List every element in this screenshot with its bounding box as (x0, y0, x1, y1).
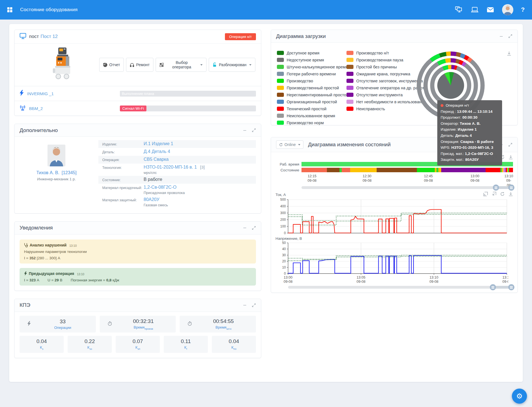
pie-chart-icon (103, 63, 107, 67)
legend-item[interactable]: Технический простой (277, 105, 348, 112)
state-range-slider[interactable] (301, 186, 513, 189)
time-range-slider[interactable] (288, 286, 513, 289)
minimize-icon[interactable] (499, 34, 504, 39)
legend-item[interactable]: Производство (277, 77, 348, 84)
zoom-box-icon[interactable] (483, 192, 488, 196)
svg-text:0: 0 (284, 231, 286, 235)
legend-item[interactable]: Доступное время (277, 49, 348, 56)
mail-icon[interactable] (486, 6, 494, 13)
kpi-label[interactable]: Кзэ (70, 345, 109, 350)
kpi-tile[interactable]: 0.11Кг (164, 336, 208, 353)
app-grid-icon[interactable] (7, 7, 12, 12)
svg-text:13:05: 13:05 (357, 276, 365, 279)
load-legend-left: Доступное времяНедоступное времяШтучно-к… (277, 49, 348, 126)
zoom-back-icon[interactable] (492, 192, 496, 196)
slider-handle-left[interactable] (493, 185, 499, 191)
report-button[interactable]: Отчет (99, 58, 124, 72)
download-icon[interactable] (507, 51, 511, 56)
kpi-tile[interactable]: 0.07Кзп (116, 336, 160, 353)
filler-material-link[interactable]: 1,2-Св-08Г2С-О (144, 185, 177, 190)
technology-link[interactable]: НЗТО-01-2020-МП-16 в. 1 (144, 165, 197, 169)
product-link[interactable]: И.1 Изделие 1 (144, 141, 173, 146)
slider-handle-right[interactable] (508, 284, 514, 290)
legend-item[interactable]: Недоступное время (277, 56, 348, 63)
legend-item[interactable]: Нерегламентированный простой (277, 91, 348, 98)
alert-value: I = 323 А U = 29 В Погонная энергия = 0,… (24, 278, 251, 282)
legend-item[interactable]: Потери рабочего времени (277, 70, 348, 77)
kpi-label[interactable]: Операции (32, 325, 93, 330)
kpi-tile[interactable]: 0.22Кзэ (68, 336, 112, 353)
legend-item[interactable]: Производственный простой (277, 84, 348, 91)
grid-icon (160, 63, 164, 67)
expand-icon[interactable] (251, 128, 256, 133)
shielding-material-link[interactable]: 80А20У (144, 197, 159, 202)
table-row: Состояние: В работе (98, 176, 256, 184)
legend-swatch (277, 107, 284, 111)
details-card: Дополнительно (14, 124, 261, 214)
kpi-label[interactable]: Времяпроизв (114, 325, 173, 330)
online-toggle-button[interactable]: Online (276, 140, 303, 149)
voltage-line-chart[interactable]: 0102030405013:0009-0813:0509-0813:1009-0… (276, 241, 508, 285)
repair-button[interactable]: Ремонт (126, 58, 153, 72)
laptop-icon[interactable] (471, 6, 479, 13)
kpi-label[interactable]: Времяшт.к (194, 325, 253, 330)
help-icon[interactable]: ? (521, 6, 525, 13)
expand-icon[interactable] (251, 303, 256, 307)
kpi-label[interactable]: Кзп (118, 345, 157, 350)
kpi-tile[interactable]: 00:32:31Времяпроизв (100, 316, 176, 333)
minimize-icon[interactable] (243, 303, 247, 307)
top-bar: Состояние оборудования ? (0, 0, 532, 20)
legend-item[interactable]: Неиспользованное время (277, 112, 348, 119)
device-name-link[interactable]: INVERMIG _1 (27, 91, 54, 96)
kpi-label[interactable]: Кг (167, 345, 205, 350)
slider-handle-right[interactable] (508, 185, 514, 191)
minimize-icon[interactable] (243, 226, 247, 230)
main-container: пост Пост 12 Операция н/т (9, 24, 523, 382)
user-avatar[interactable] (502, 4, 513, 15)
minimize-icon[interactable] (243, 128, 247, 133)
post-name-link[interactable]: Пост 12 (41, 34, 58, 39)
kpi-label[interactable]: Кпо (215, 345, 253, 350)
device-name-link[interactable]: ВБМ_2 (29, 106, 43, 111)
kpi-tile[interactable]: 33Операции (20, 316, 96, 333)
download-icon[interactable] (509, 192, 513, 196)
monitors-icon[interactable] (455, 6, 463, 13)
expand-icon[interactable] (251, 226, 256, 230)
legend-swatch (277, 86, 284, 90)
current-line-chart[interactable]: 0100200300400500 (276, 197, 508, 236)
legend-item[interactable]: Штучно-калькуляционное время (277, 63, 348, 70)
slider-handle-left[interactable] (490, 284, 496, 290)
equipment-image (51, 47, 73, 82)
kpi-row-primary: 33Операции00:32:31Времяпроизв00:54:55Вре… (20, 316, 256, 333)
row-label-state: Состояние (276, 168, 301, 172)
operation-link[interactable]: СВ5 Сварка (144, 157, 169, 162)
lightning-icon (20, 90, 24, 97)
expand-icon[interactable] (508, 142, 512, 147)
settings-fab-button[interactable]: ⚙ (512, 389, 527, 404)
legend-swatch (277, 58, 284, 62)
expand-icon[interactable] (508, 34, 512, 39)
state-time-axis: 12:1509-0812:3009-0812:4509-0813:0009-08… (301, 174, 513, 183)
previous-operation-alert[interactable]: Предыдущая операция 13:10 I = 323 А U = … (20, 268, 256, 286)
unlock-button[interactable]: Разблокирован (209, 58, 255, 72)
alert-time: 13:10 (77, 272, 84, 276)
legend-swatch (277, 65, 284, 69)
part-link[interactable]: Д.4 Деталь 4 (144, 149, 170, 154)
kpi-tile[interactable]: 00:54:55Времяшт.к (180, 316, 256, 333)
legend-item[interactable]: Организационный простой (277, 98, 348, 105)
kpi-tile[interactable]: 0.04Кз (20, 336, 64, 353)
kpi-value: 0.04 (22, 338, 61, 344)
post-card: пост Пост 12 Операция н/т (14, 30, 261, 116)
download-icon[interactable] (509, 155, 513, 159)
legend-item[interactable]: Производство норм (277, 119, 348, 126)
kpi-tile[interactable]: 0.04Кпо (212, 336, 256, 353)
operator-name-link[interactable]: Тихов А. В.[12345] (36, 170, 77, 175)
kpi-value: 00:32:31 (114, 318, 173, 324)
table-row: Деталь: Д.4 Деталь 4 (98, 148, 256, 156)
violation-alert[interactable]: Анализ нарушений 13:10 Нарушение парамет… (20, 240, 256, 264)
refresh-icon[interactable] (500, 192, 505, 196)
wifi-signal-bar: Сигнал Wi-Fi (120, 106, 256, 111)
kpi-label[interactable]: Кз (22, 345, 61, 350)
state-bar[interactable] (301, 168, 513, 172)
operator-select-button[interactable]: Выбор оператора (156, 58, 206, 72)
